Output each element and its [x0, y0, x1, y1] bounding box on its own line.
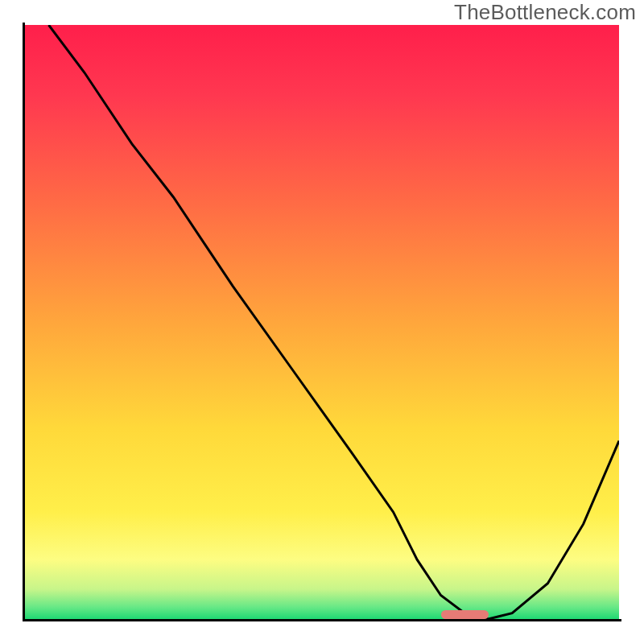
y-axis: [23, 23, 25, 621]
watermark-text: TheBottleneck.com: [454, 0, 636, 25]
chart-container: TheBottleneck.com: [0, 0, 644, 644]
curve-layer: [25, 25, 619, 619]
x-axis: [23, 619, 621, 621]
plot-area: [25, 25, 619, 619]
bottleneck-curve-path: [49, 25, 620, 619]
optimal-marker: [441, 610, 489, 619]
